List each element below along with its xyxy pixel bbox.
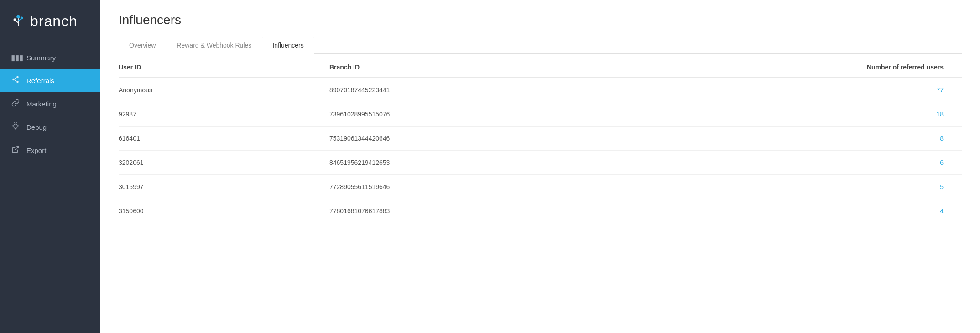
svg-line-11	[15, 146, 19, 150]
svg-point-6	[16, 76, 19, 79]
cell-user-id: 3015997	[119, 175, 329, 199]
link-icon	[11, 99, 20, 109]
svg-line-10	[14, 78, 16, 79]
sidebar-item-summary[interactable]: ▮▮▮ Summary	[0, 47, 100, 69]
cell-user-id: 616401	[119, 127, 329, 151]
tab-influencers[interactable]: Influencers	[262, 37, 314, 54]
sidebar-logo-text: branch	[30, 13, 78, 30]
bar-chart-icon: ▮▮▮	[11, 53, 20, 63]
cell-referred-count: 4	[793, 199, 962, 223]
influencers-table: User ID Branch ID Number of referred use…	[119, 54, 962, 223]
sidebar: branch ▮▮▮ Summary Referrals Marketing D…	[0, 0, 100, 333]
sidebar-item-export[interactable]: Export	[0, 139, 100, 162]
table-area: User ID Branch ID Number of referred use…	[100, 54, 980, 333]
cell-branch-id: 75319061344420646	[329, 127, 793, 151]
cell-referred-count: 6	[793, 151, 962, 175]
sidebar-item-referrals[interactable]: Referrals	[0, 69, 100, 92]
bug-icon	[11, 122, 20, 132]
cell-branch-id: 77801681076617883	[329, 199, 793, 223]
cell-branch-id: 77289055611519646	[329, 175, 793, 199]
cell-user-id: 3150600	[119, 199, 329, 223]
cell-user-id: 92987	[119, 102, 329, 127]
table-row: 92987 73961028995515076 18	[119, 102, 962, 127]
page-header: Influencers Overview Reward & Webhook Ru…	[100, 0, 980, 54]
cell-referred-count: 18	[793, 102, 962, 127]
column-header-referred-count: Number of referred users	[793, 54, 962, 78]
svg-point-4	[14, 18, 16, 21]
tab-bar: Overview Reward & Webhook Rules Influenc…	[119, 37, 962, 54]
table-row: 3150600 77801681076617883 4	[119, 199, 962, 223]
cell-referred-count: 5	[793, 175, 962, 199]
tab-reward-webhook[interactable]: Reward & Webhook Rules	[166, 37, 262, 54]
branch-logo-icon	[11, 13, 26, 30]
table-header-row: User ID Branch ID Number of referred use…	[119, 54, 962, 78]
table-row: 616401 75319061344420646 8	[119, 127, 962, 151]
cell-branch-id: 89070187445223441	[329, 78, 793, 102]
sidebar-navigation: ▮▮▮ Summary Referrals Marketing Debug	[0, 41, 100, 168]
sidebar-item-label: Marketing	[26, 100, 57, 108]
table-row: 3015997 77289055611519646 5	[119, 175, 962, 199]
sidebar-logo: branch	[0, 0, 100, 41]
cell-branch-id: 73961028995515076	[329, 102, 793, 127]
cell-user-id: Anonymous	[119, 78, 329, 102]
main-content: Influencers Overview Reward & Webhook Ru…	[100, 0, 980, 333]
share-icon	[11, 75, 20, 86]
svg-point-5	[21, 16, 23, 19]
table-body: Anonymous 89070187445223441 77 92987 739…	[119, 78, 962, 223]
cell-user-id: 3202061	[119, 151, 329, 175]
sidebar-item-marketing[interactable]: Marketing	[0, 92, 100, 116]
sidebar-item-label: Summary	[26, 54, 56, 62]
sidebar-item-label: Debug	[26, 123, 47, 131]
svg-point-0	[16, 15, 20, 18]
export-icon	[11, 145, 20, 156]
svg-line-9	[14, 80, 16, 81]
cell-referred-count: 8	[793, 127, 962, 151]
cell-branch-id: 84651956219412653	[329, 151, 793, 175]
cell-referred-count: 77	[793, 78, 962, 102]
page-title: Influencers	[119, 13, 962, 27]
table-row: 3202061 84651956219412653 6	[119, 151, 962, 175]
table-row: Anonymous 89070187445223441 77	[119, 78, 962, 102]
svg-point-8	[16, 81, 19, 83]
sidebar-item-label: Export	[26, 147, 46, 154]
svg-point-7	[12, 79, 15, 81]
column-header-branch-id: Branch ID	[329, 54, 793, 78]
tab-overview[interactable]: Overview	[119, 37, 166, 54]
column-header-user-id: User ID	[119, 54, 329, 78]
sidebar-item-label: Referrals	[26, 77, 54, 85]
sidebar-item-debug[interactable]: Debug	[0, 116, 100, 139]
